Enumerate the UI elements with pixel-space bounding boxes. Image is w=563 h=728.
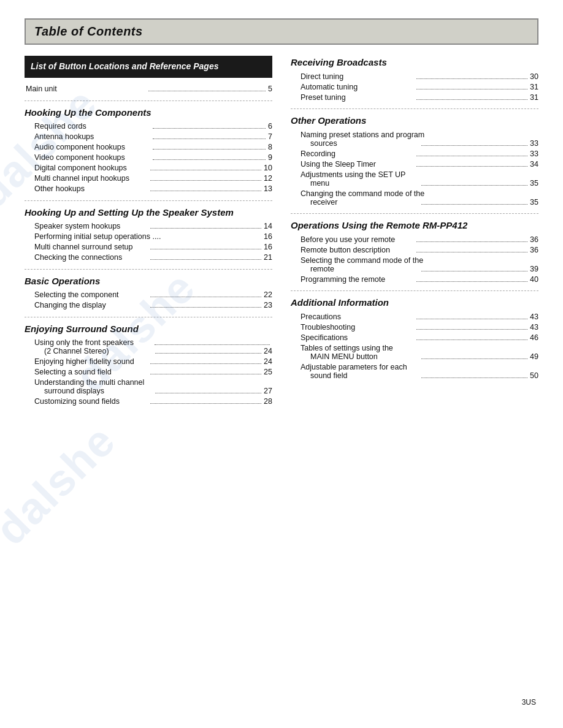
section-remote-ops: Operations Using the Remote RM-PP412 Bef… bbox=[291, 220, 538, 291]
list-item: Customizing sound fields 28 bbox=[25, 396, 272, 407]
list-item: Tables of settings using the MAIN MENU b… bbox=[291, 343, 538, 362]
list-item: Antenna hookups 7 bbox=[25, 132, 272, 142]
speaker-entries: Speaker system hookups 14 Performing ini… bbox=[25, 221, 272, 263]
page-num: 14 bbox=[264, 222, 272, 230]
dots bbox=[150, 403, 261, 404]
page-num: 33 bbox=[530, 150, 538, 158]
toc-header: Table of Contents bbox=[25, 18, 538, 45]
dots bbox=[416, 339, 527, 340]
entry-text: Multi channel input hookups bbox=[34, 174, 148, 183]
section-title-remote: Operations Using the Remote RM-PP412 bbox=[291, 220, 538, 230]
entry-text: Multi channel surround setup bbox=[34, 243, 148, 251]
list-item: Main unit 5 bbox=[25, 84, 272, 94]
section-hooking-up: Hooking Up the Components Required cords… bbox=[25, 107, 272, 201]
entry-text: Changing the display bbox=[34, 301, 148, 309]
page-number: 3US bbox=[522, 698, 536, 711]
page-num: 46 bbox=[530, 333, 538, 342]
list-item: Changing the display 23 bbox=[25, 300, 272, 311]
dots bbox=[416, 252, 527, 252]
entry-text: Remote button description bbox=[301, 246, 414, 254]
list-item: Speaker system hookups 14 bbox=[25, 221, 272, 232]
dots bbox=[148, 91, 266, 91]
box-title-section: List of Button Locations and Reference P… bbox=[25, 56, 272, 101]
entry-subtext: menu bbox=[310, 179, 419, 188]
list-item: Using only the front speakers (2 Channel… bbox=[25, 338, 272, 357]
page-num: 36 bbox=[530, 235, 538, 244]
section-title-additional: Additional Information bbox=[291, 297, 538, 308]
entry-text: Precautions bbox=[301, 313, 414, 321]
dots bbox=[416, 78, 527, 79]
list-item: Using the Sleep Timer 34 bbox=[291, 159, 538, 169]
basic-entries: Selecting the component 22 Changing the … bbox=[25, 290, 272, 311]
dots bbox=[416, 319, 527, 319]
entry-text: Speaker system hookups bbox=[34, 222, 148, 230]
box-title: List of Button Locations and Reference P… bbox=[25, 56, 272, 78]
entry-text: Audio component hookups bbox=[34, 143, 150, 151]
entry-subtext: surround displays bbox=[44, 387, 153, 395]
section-title-other: Other Operations bbox=[291, 115, 538, 126]
entry-text: Enjoying higher fidelity sound bbox=[34, 357, 148, 366]
entry-text: Main unit bbox=[26, 85, 146, 93]
dots bbox=[416, 99, 527, 100]
page-num: 43 bbox=[530, 323, 538, 332]
dots bbox=[150, 191, 261, 191]
dots bbox=[153, 138, 266, 139]
entry-text: Other hookups bbox=[34, 184, 148, 193]
section-title-speaker: Hooking Up and Setting Up the Speaker Sy… bbox=[25, 207, 272, 218]
hooking-entries: Required cords 6 Antenna hookups 7 Audio… bbox=[25, 121, 272, 194]
entry-text: Using only the front speakers bbox=[34, 338, 152, 347]
list-item: Preset tuning 31 bbox=[291, 92, 538, 102]
box-entries: Main unit 5 bbox=[25, 84, 272, 94]
page: dalshe dalshe dalshe Table of Contents L… bbox=[0, 0, 563, 728]
page-num: 24 bbox=[264, 347, 272, 355]
page-num: 9 bbox=[268, 153, 272, 162]
page-num: 50 bbox=[530, 371, 538, 380]
dots bbox=[416, 329, 527, 330]
page-num: 8 bbox=[268, 143, 272, 151]
toc-title: Table of Contents bbox=[34, 25, 529, 39]
divider bbox=[291, 108, 538, 109]
dots bbox=[150, 170, 261, 170]
list-item: Understanding the multi channel surround… bbox=[25, 377, 272, 396]
list-item: Multi channel surround setup 16 bbox=[25, 242, 272, 252]
entry-text: Tables of settings using the bbox=[301, 344, 538, 352]
section-title-surround: Enjoying Surround Sound bbox=[25, 324, 272, 334]
receiving-entries: Direct tuning 30 Automatic tuning 31 Pre… bbox=[291, 71, 538, 102]
list-item: Recording 33 bbox=[291, 148, 538, 159]
list-item: Direct tuning 30 bbox=[291, 71, 538, 82]
section-surround-sound: Enjoying Surround Sound Using only the f… bbox=[25, 324, 272, 407]
surround-entries: Using only the front speakers (2 Channel… bbox=[25, 338, 272, 407]
list-item: Programming the remote 40 bbox=[291, 274, 538, 284]
page-num: 10 bbox=[264, 164, 272, 172]
entry-text: Checking the connections bbox=[34, 253, 148, 262]
page-num: 16 bbox=[264, 243, 272, 251]
remote-entries: Before you use your remote 36 Remote but… bbox=[291, 234, 538, 284]
list-item: Before you use your remote 36 bbox=[291, 234, 538, 245]
list-item: Selecting the command mode of the remote… bbox=[291, 255, 538, 274]
dots bbox=[150, 180, 261, 181]
list-item: Adjustments using the SET UP menu 35 bbox=[291, 169, 538, 188]
section-receiving: Receiving Broadcasts Direct tuning 30 Au… bbox=[291, 57, 538, 109]
entry-text: Preset tuning bbox=[301, 93, 414, 102]
list-item: Changing the command mode of the receive… bbox=[291, 188, 538, 207]
list-item: Multi channel input hookups 12 bbox=[25, 173, 272, 184]
dots bbox=[416, 241, 527, 242]
page-num: 40 bbox=[530, 275, 538, 284]
list-item: Digital component hookups 10 bbox=[25, 163, 272, 173]
list-item: Video component hookups 9 bbox=[25, 153, 272, 163]
section-title-basic: Basic Operations bbox=[25, 276, 272, 286]
list-item: Performing initial setup operations ....… bbox=[25, 232, 272, 242]
entry-subtext: sources bbox=[310, 139, 419, 148]
entry-text: Antenna hookups bbox=[34, 132, 150, 141]
section-additional-info: Additional Information Precautions 43 Tr… bbox=[291, 297, 538, 381]
dots bbox=[153, 149, 266, 150]
list-item: Precautions 43 bbox=[291, 311, 538, 322]
page-num: 36 bbox=[530, 246, 538, 254]
entry-text: Performing initial setup operations .... bbox=[34, 232, 264, 241]
additional-entries: Precautions 43 Troubleshooting 43 Specif… bbox=[291, 311, 538, 381]
page-num: 25 bbox=[264, 368, 272, 376]
page-num: 30 bbox=[530, 72, 538, 81]
entry-subtext: (2 Channel Stereo) bbox=[44, 347, 153, 355]
page-suffix: US bbox=[526, 698, 536, 707]
list-item: Audio component hookups 8 bbox=[25, 142, 272, 153]
